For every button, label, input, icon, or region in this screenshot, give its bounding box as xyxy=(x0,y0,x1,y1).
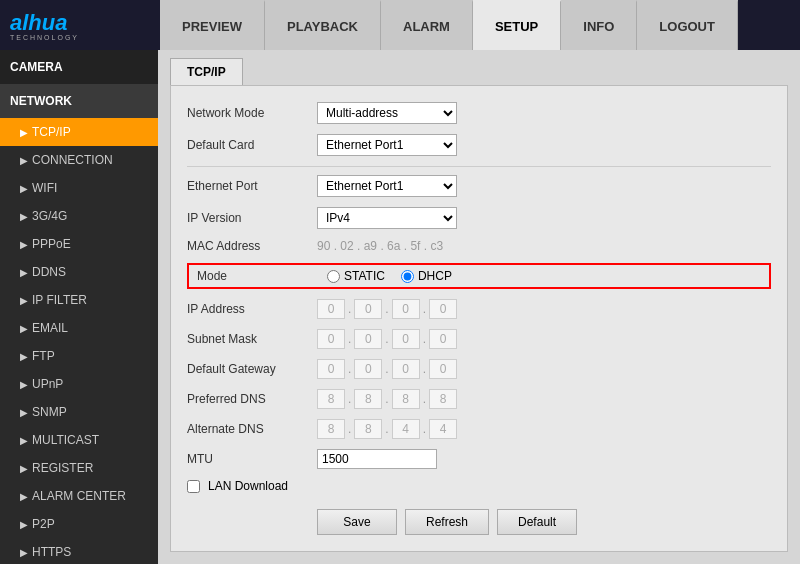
lan-download-checkbox[interactable] xyxy=(187,480,200,493)
alternate-dns-row: Alternate DNS . . . xyxy=(187,419,771,439)
sidebar-item-pppoe[interactable]: ▶PPPoE xyxy=(0,230,158,258)
subnet-mask-input: . . . xyxy=(317,329,457,349)
default-gateway-oct2[interactable] xyxy=(354,359,382,379)
mode-radio-group: STATIC DHCP xyxy=(327,269,452,283)
mode-dhcp-option[interactable]: DHCP xyxy=(401,269,452,283)
ip-address-row: IP Address . . . xyxy=(187,299,771,319)
lan-download-label: LAN Download xyxy=(208,479,288,493)
save-button[interactable]: Save xyxy=(317,509,397,535)
sidebar-item-ip-filter[interactable]: ▶IP FILTER xyxy=(0,286,158,314)
mac-address-label: MAC Address xyxy=(187,239,317,253)
sidebar-item-snmp[interactable]: ▶SNMP xyxy=(0,398,158,426)
preferred-dns-oct3[interactable] xyxy=(392,389,420,409)
mode-static-radio[interactable] xyxy=(327,270,340,283)
sidebar-item-wifi[interactable]: ▶WIFI xyxy=(0,174,158,202)
ip-address-label: IP Address xyxy=(187,302,317,316)
default-card-select[interactable]: Ethernet Port1 Ethernet Port2 xyxy=(317,134,457,156)
content-header: TCP/IP xyxy=(158,50,800,85)
alternate-dns-oct1[interactable] xyxy=(317,419,345,439)
default-gateway-oct1[interactable] xyxy=(317,359,345,379)
sidebar-item-p2p[interactable]: ▶P2P xyxy=(0,510,158,538)
content-body: Network Mode Multi-address Fault-Toleran… xyxy=(170,85,788,552)
subnet-mask-oct2[interactable] xyxy=(354,329,382,349)
mode-dhcp-radio[interactable] xyxy=(401,270,414,283)
sidebar-section-network[interactable]: NETWORK xyxy=(0,84,158,118)
alternate-dns-oct3[interactable] xyxy=(392,419,420,439)
sidebar-item-upnp[interactable]: ▶UPnP xyxy=(0,370,158,398)
mode-static-option[interactable]: STATIC xyxy=(327,269,385,283)
network-mode-select[interactable]: Multi-address Fault-Tolerance Load Balan… xyxy=(317,102,457,124)
preferred-dns-oct2[interactable] xyxy=(354,389,382,409)
content-tab-bar: TCP/IP xyxy=(170,58,788,85)
subnet-mask-label: Subnet Mask xyxy=(187,332,317,346)
preferred-dns-oct1[interactable] xyxy=(317,389,345,409)
logo-brand: alhua xyxy=(10,10,79,36)
ip-address-oct1[interactable] xyxy=(317,299,345,319)
default-card-control: Ethernet Port1 Ethernet Port2 xyxy=(317,134,457,156)
ethernet-port-label: Ethernet Port xyxy=(187,179,317,193)
subnet-mask-row: Subnet Mask . . . xyxy=(187,329,771,349)
default-gateway-label: Default Gateway xyxy=(187,362,317,376)
subnet-mask-oct3[interactable] xyxy=(392,329,420,349)
alternate-dns-input: . . . xyxy=(317,419,457,439)
sidebar-item-register[interactable]: ▶REGISTER xyxy=(0,454,158,482)
default-gateway-input: . . . xyxy=(317,359,457,379)
sidebar-item-3g4g[interactable]: ▶3G/4G xyxy=(0,202,158,230)
tab-playback[interactable]: PLAYBACK xyxy=(265,0,381,50)
ethernet-port-select[interactable]: Ethernet Port1 Ethernet Port2 xyxy=(317,175,457,197)
tab-preview[interactable]: PREVIEW xyxy=(160,0,265,50)
ip-version-row: IP Version IPv4 IPv6 xyxy=(187,207,771,229)
ip-address-oct4[interactable] xyxy=(429,299,457,319)
default-card-label: Default Card xyxy=(187,138,317,152)
ip-version-label: IP Version xyxy=(187,211,317,225)
sidebar-item-email[interactable]: ▶EMAIL xyxy=(0,314,158,342)
alternate-dns-label: Alternate DNS xyxy=(187,422,317,436)
mtu-row: MTU xyxy=(187,449,771,469)
ip-address-oct3[interactable] xyxy=(392,299,420,319)
mode-dhcp-label: DHCP xyxy=(418,269,452,283)
content-tab-tcpip[interactable]: TCP/IP xyxy=(170,58,243,85)
sidebar-item-multicast[interactable]: ▶MULTICAST xyxy=(0,426,158,454)
default-gateway-oct3[interactable] xyxy=(392,359,420,379)
default-card-row: Default Card Ethernet Port1 Ethernet Por… xyxy=(187,134,771,156)
tab-alarm[interactable]: ALARM xyxy=(381,0,473,50)
refresh-button[interactable]: Refresh xyxy=(405,509,489,535)
main-layout: CAMERA NETWORK ▶TCP/IP ▶CONNECTION ▶WIFI… xyxy=(0,50,800,564)
preferred-dns-oct4[interactable] xyxy=(429,389,457,409)
sidebar-item-ddns[interactable]: ▶DDNS xyxy=(0,258,158,286)
sidebar-item-ftp[interactable]: ▶FTP xyxy=(0,342,158,370)
nav-tabs: PREVIEW PLAYBACK ALARM SETUP INFO LOGOUT xyxy=(160,0,738,50)
header: alhua TECHNOLOGY PREVIEW PLAYBACK ALARM … xyxy=(0,0,800,50)
alternate-dns-oct2[interactable] xyxy=(354,419,382,439)
ethernet-port-control: Ethernet Port1 Ethernet Port2 xyxy=(317,175,457,197)
subnet-mask-oct1[interactable] xyxy=(317,329,345,349)
ip-address-input: . . . xyxy=(317,299,457,319)
default-button[interactable]: Default xyxy=(497,509,577,535)
tab-info[interactable]: INFO xyxy=(561,0,637,50)
mode-label: Mode xyxy=(197,269,327,283)
tab-logout[interactable]: LOGOUT xyxy=(637,0,738,50)
network-mode-row: Network Mode Multi-address Fault-Toleran… xyxy=(187,102,771,124)
mtu-input[interactable] xyxy=(317,449,437,469)
sidebar-item-connection[interactable]: ▶CONNECTION xyxy=(0,146,158,174)
preferred-dns-row: Preferred DNS . . . xyxy=(187,389,771,409)
network-mode-label: Network Mode xyxy=(187,106,317,120)
network-mode-control: Multi-address Fault-Tolerance Load Balan… xyxy=(317,102,457,124)
alternate-dns-oct4[interactable] xyxy=(429,419,457,439)
mtu-label: MTU xyxy=(187,452,317,466)
preferred-dns-input: . . . xyxy=(317,389,457,409)
logo-sub: TECHNOLOGY xyxy=(10,34,79,41)
sidebar-item-https[interactable]: ▶HTTPS xyxy=(0,538,158,564)
default-gateway-row: Default Gateway . . . xyxy=(187,359,771,379)
subnet-mask-oct4[interactable] xyxy=(429,329,457,349)
ip-address-oct2[interactable] xyxy=(354,299,382,319)
sidebar-section-camera[interactable]: CAMERA xyxy=(0,50,158,84)
sidebar-item-alarm-center[interactable]: ▶ALARM CENTER xyxy=(0,482,158,510)
default-gateway-oct4[interactable] xyxy=(429,359,457,379)
tab-setup[interactable]: SETUP xyxy=(473,0,561,50)
sidebar-item-tcp-ip[interactable]: ▶TCP/IP xyxy=(0,118,158,146)
ip-version-select[interactable]: IPv4 IPv6 xyxy=(317,207,457,229)
ethernet-port-row: Ethernet Port Ethernet Port1 Ethernet Po… xyxy=(187,175,771,197)
sidebar: CAMERA NETWORK ▶TCP/IP ▶CONNECTION ▶WIFI… xyxy=(0,50,158,564)
lan-download-row: LAN Download xyxy=(187,479,771,493)
